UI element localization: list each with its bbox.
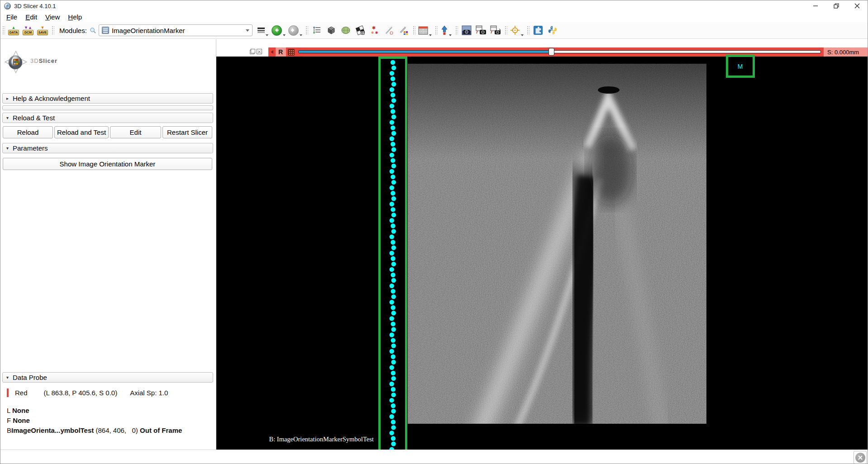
parameters-section[interactable]: ▾ Parameters: [2, 143, 213, 153]
restart-slicer-button[interactable]: Restart Slicer: [162, 126, 212, 138]
reload-button[interactable]: Reload: [3, 126, 53, 138]
chevron-down-icon: [300, 34, 302, 36]
slice-orientation-label: R: [276, 47, 286, 57]
crosshair-button[interactable]: [510, 24, 524, 37]
slider-fill: [299, 51, 552, 53]
show-image-orientation-marker-button[interactable]: Show Image Orientation Marker: [3, 158, 212, 170]
python-console-button[interactable]: [547, 25, 558, 35]
module-back-button[interactable]: [272, 24, 286, 37]
menu-view[interactable]: View: [41, 13, 64, 21]
extensions-manager-button[interactable]: [532, 25, 544, 35]
layer-volume-name: ImageOrienta...ymbolTest: [11, 426, 94, 434]
slider-handle[interactable]: [548, 48, 554, 56]
red-slice-view-area: R S: 0.000mm: [216, 39, 868, 450]
dicom-arrows-icon: ▼▲: [24, 26, 32, 30]
toolbar-grip[interactable]: [412, 25, 415, 35]
svg-text:✱: ✱: [372, 25, 376, 30]
models-module-button[interactable]: [340, 25, 352, 35]
toolbar-grip[interactable]: [305, 25, 308, 35]
layout-selector-button[interactable]: [418, 24, 432, 37]
probe-layer-L: L None: [7, 407, 219, 414]
fiducial-markers-icon: ✱ ✱ ✱: [370, 25, 380, 35]
module-panel: 3DSlicer ▸ Help & Acknowledgement ▾ Relo…: [0, 39, 216, 450]
collapsed-arrow-icon: ▸: [6, 96, 13, 101]
transforms-module-button[interactable]: [354, 25, 366, 35]
menu-help[interactable]: Help: [64, 13, 86, 21]
data-probe-section[interactable]: ▾ Data Probe: [2, 372, 213, 383]
save-folder-icon: SAVE: [37, 30, 48, 35]
slice-menu-icon[interactable]: [288, 49, 295, 56]
module-history-icon: [258, 28, 265, 33]
module-search-icon[interactable]: [90, 27, 96, 34]
annotations-module-button[interactable]: [383, 25, 395, 35]
expanded-arrow-icon: ▾: [6, 115, 13, 120]
probe-ras-coordinates: (L 863.8, P 405.6, S 0.0): [44, 389, 118, 397]
ultrasound-image: [408, 64, 706, 424]
toolbar-grip[interactable]: [455, 25, 458, 35]
main-toolbar: ▲ DATA ▼▲ DCM ▼ SAVE Modules: ImageOrien…: [0, 22, 868, 39]
red-slice-color-chip: [7, 388, 9, 397]
close-panel-icon[interactable]: [257, 49, 262, 54]
modules-label: Modules:: [59, 27, 87, 34]
scene-restore-button[interactable]: [490, 25, 501, 35]
module-history-button[interactable]: [257, 24, 269, 37]
title-bar: 3D Slicer 4.10.1: [0, 0, 868, 11]
toolbar-grip[interactable]: [2, 25, 5, 35]
module-selector-combobox[interactable]: ImageOrientationMarker: [99, 24, 253, 36]
screenshot-button[interactable]: [461, 25, 472, 35]
undock-panel-icon[interactable]: [250, 49, 255, 54]
layer-label: L: [7, 407, 10, 414]
chevron-down-icon: [246, 29, 249, 32]
help-acknowledgement-section[interactable]: ▸ Help & Acknowledgement: [2, 93, 213, 104]
volumes-module-button[interactable]: [325, 25, 337, 35]
back-arrow-icon: [272, 25, 282, 36]
layer-status: Out of Frame: [140, 426, 182, 434]
close-button[interactable]: [847, 0, 868, 11]
slice-fan-button[interactable]: [440, 24, 452, 37]
dicom-folder-icon: DCM: [23, 30, 33, 35]
extensions-puzzle-icon: [533, 25, 544, 35]
transform-grid-icon: [355, 25, 365, 35]
svg-text:✱: ✱: [375, 31, 378, 35]
edit-button[interactable]: Edit: [110, 126, 161, 138]
toolbar-grip[interactable]: [504, 25, 507, 35]
toolbar-grip[interactable]: [51, 25, 54, 35]
restore-button[interactable]: [826, 0, 847, 11]
scene-snapshot-button[interactable]: [475, 25, 487, 35]
editor-pencil-icon: [399, 25, 409, 35]
save-button[interactable]: ▼ SAVE: [37, 24, 48, 37]
dicom-button[interactable]: ▼▲ DCM: [22, 24, 34, 37]
red-slice-viewport[interactable]: M B: ImageOrientationMarkerSymbolTest: [216, 57, 868, 450]
layer-value: None: [12, 407, 29, 414]
menu-file[interactable]: File: [2, 13, 21, 21]
minimize-button[interactable]: [805, 0, 826, 11]
load-data-button[interactable]: ▲ DATA: [8, 24, 19, 37]
toolbar-grip[interactable]: [526, 25, 529, 35]
load-data-arrow-icon: ▲: [12, 26, 16, 30]
data-probe-section-label: Data Probe: [13, 374, 47, 381]
module-forward-button[interactable]: [288, 24, 302, 37]
layer-label: F: [7, 417, 11, 424]
chevron-down-icon: [283, 34, 286, 36]
reload-and-test-button[interactable]: Reload and Test: [54, 126, 109, 138]
slicer-logo: 3DSlicer: [4, 50, 95, 74]
restore-icon: [834, 3, 839, 9]
chevron-down-icon: [266, 34, 268, 36]
menu-edit[interactable]: Edit: [21, 13, 41, 21]
reload-test-section[interactable]: ▾ Reload & Test: [2, 113, 213, 123]
subject-hierarchy-icon: [312, 26, 321, 35]
markups-module-button[interactable]: ✱ ✱ ✱: [369, 25, 381, 35]
load-data-folder-icon: DATA: [8, 30, 19, 35]
statusbar-close-button[interactable]: [854, 451, 867, 464]
scripted-module-icon: [102, 27, 109, 34]
menu-bar: File Edit View Help: [0, 11, 868, 22]
toolbar-grip[interactable]: [434, 25, 438, 35]
editor-module-button[interactable]: [398, 25, 410, 35]
orientation-marker-letter: M: [738, 63, 743, 70]
chevron-down-icon: [429, 34, 432, 36]
data-module-button[interactable]: [311, 25, 323, 35]
save-arrow-icon: ▼: [41, 26, 45, 30]
layer-ijk-coordinates: (864, 406, 0): [95, 426, 138, 434]
slicer-window: 3D Slicer 4.10.1 File Edit View Help ▲ D…: [0, 0, 868, 464]
controller-pin-icon[interactable]: [268, 47, 276, 57]
